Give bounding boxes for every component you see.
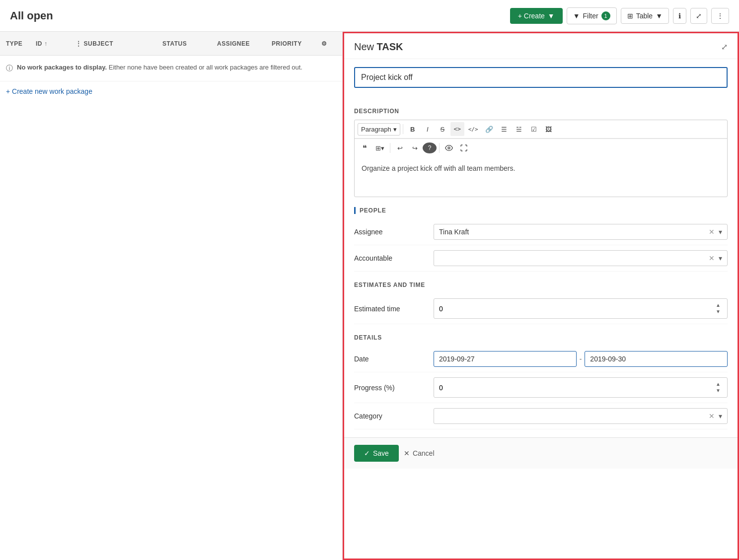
estimated-time-input-wrapper: ▲ ▼: [434, 298, 728, 319]
assignee-value: Tina Kraft: [439, 228, 469, 236]
category-dropdown-icon[interactable]: ▾: [719, 412, 722, 420]
cancel-x-icon: ✕: [404, 449, 410, 457]
fullscreen-button[interactable]: [457, 141, 471, 155]
table-header: TYPE ID ↑ ⋮ SUBJECT STATUS ASSIGNEE PRI: [0, 32, 342, 56]
form-header: New TASK ⤢: [344, 33, 738, 59]
col-subject: ⋮ SUBJECT: [75, 40, 162, 47]
table-icon: ⊞: [627, 12, 633, 20]
help-button[interactable]: ?: [423, 142, 437, 153]
create-button[interactable]: + Create ▼: [510, 8, 563, 24]
assignee-row: Assignee Tina Kraft ✕ ▾: [354, 219, 728, 245]
code-block-button[interactable]: </>: [465, 122, 481, 136]
new-task-panel: New TASK ⤢ DESCRIPTION Paragraph ▾: [343, 32, 739, 560]
estimated-time-up[interactable]: ▲: [714, 302, 722, 308]
description-editor: Paragraph ▾ B I S <> </> 🔗 ☰ ☱ ☑ 🖼: [354, 120, 728, 197]
form-title-new: New: [354, 41, 377, 52]
toolbar-sep2: [390, 143, 390, 153]
accountable-field: ✕ ▾: [434, 250, 728, 266]
quote-button[interactable]: ❝: [358, 141, 371, 155]
progress-down[interactable]: ▼: [714, 388, 722, 394]
italic-button[interactable]: I: [421, 122, 435, 136]
estimated-time-row: Estimated time ▲ ▼: [354, 293, 728, 324]
accountable-label: Accountable: [354, 254, 434, 262]
progress-label: Progress (%): [354, 384, 434, 392]
toolbar-sep3: [439, 143, 440, 153]
details-section-label: DETAILS: [354, 334, 728, 341]
col-gear[interactable]: ⚙: [321, 40, 336, 47]
accountable-clear-icon[interactable]: ✕: [709, 254, 715, 262]
toolbar-sep1: [403, 124, 403, 134]
save-button[interactable]: ✓ Save: [354, 445, 399, 462]
assignee-label: Assignee: [354, 228, 434, 236]
date-fields: -: [434, 351, 728, 367]
category-clear-icon[interactable]: ✕: [709, 412, 715, 420]
cancel-button[interactable]: ✕ Cancel: [404, 449, 435, 457]
form-expand-icon[interactable]: ⤢: [721, 42, 728, 52]
list-ordered-button[interactable]: ☱: [512, 122, 526, 136]
date-start-input[interactable]: [434, 351, 577, 367]
empty-info-icon: ⓘ: [6, 64, 13, 73]
table-insert-icon: ⊞: [375, 144, 381, 152]
code-inline-button[interactable]: <>: [450, 122, 464, 136]
date-end-input[interactable]: [585, 351, 728, 367]
paragraph-label: Paragraph: [361, 126, 391, 133]
estimated-time-down[interactable]: ▼: [714, 309, 722, 315]
table-insert-button[interactable]: ⊞▾: [372, 141, 387, 155]
svg-point-0: [448, 147, 450, 149]
table-label: Table: [636, 12, 653, 20]
expand-icon: ⤢: [696, 12, 702, 20]
assignee-select[interactable]: Tina Kraft ✕ ▾: [434, 224, 728, 240]
strikethrough-button[interactable]: S: [436, 122, 449, 136]
category-row: Category ✕ ▾: [354, 403, 728, 429]
undo-button[interactable]: ↩: [393, 141, 407, 155]
accountable-row: Accountable ✕ ▾: [354, 245, 728, 272]
col-status: STATUS: [162, 40, 217, 47]
category-select[interactable]: ✕ ▾: [434, 408, 728, 424]
col-subject-label: SUBJECT: [84, 40, 114, 47]
list-task-button[interactable]: ☑: [527, 122, 541, 136]
create-label: + Create: [518, 12, 545, 20]
info-button[interactable]: ℹ: [673, 8, 686, 24]
empty-message: No work packages to display. Either none…: [17, 64, 302, 71]
table-button[interactable]: ⊞ Table ▼: [621, 8, 669, 24]
paragraph-select[interactable]: Paragraph ▾: [358, 123, 400, 136]
filter-button[interactable]: ▼ Filter 1: [567, 7, 617, 24]
editor-toolbar-row2: ❝ ⊞▾ ↩ ↪ ?: [355, 139, 727, 157]
editor-toolbar-row1: Paragraph ▾ B I S <> </> 🔗 ☰ ☱ ☑ 🖼: [355, 120, 727, 139]
progress-field: ▲ ▼: [434, 377, 728, 398]
progress-up[interactable]: ▲: [714, 381, 722, 387]
estimated-time-input[interactable]: [439, 305, 714, 313]
col-type: TYPE: [6, 40, 36, 47]
save-check-icon: ✓: [364, 449, 370, 457]
page-title: All open: [10, 9, 53, 22]
preview-button[interactable]: [442, 141, 456, 155]
expand-button[interactable]: ⤢: [690, 8, 707, 24]
progress-input[interactable]: [439, 384, 714, 392]
progress-input-wrapper: ▲ ▼: [434, 377, 728, 398]
col-id[interactable]: ID ↑: [36, 40, 75, 47]
bold-button[interactable]: B: [406, 122, 420, 136]
image-button[interactable]: 🖼: [542, 122, 556, 136]
accountable-dropdown-icon[interactable]: ▾: [719, 254, 722, 262]
link-button[interactable]: 🔗: [482, 122, 496, 136]
create-arrow-icon: ▼: [548, 12, 555, 20]
form-title-task: TASK: [377, 41, 403, 52]
create-work-package-link[interactable]: + Create new work package: [0, 81, 342, 101]
more-button[interactable]: ⋮: [711, 8, 729, 24]
header-actions: + Create ▼ ▼ Filter 1 ⊞ Table ▼ ℹ ⤢ ⋮: [510, 7, 729, 24]
redo-button[interactable]: ↪: [408, 141, 422, 155]
description-content[interactable]: Organize a project kick off with all tea…: [355, 157, 727, 197]
assignee-dropdown-icon[interactable]: ▾: [719, 228, 722, 236]
form-title: New TASK: [354, 41, 403, 53]
assignee-clear-icon[interactable]: ✕: [709, 228, 715, 236]
create-link-label: + Create new work package: [6, 87, 92, 95]
sort-asc-icon: ↑: [44, 40, 48, 47]
table-panel: TYPE ID ↑ ⋮ SUBJECT STATUS ASSIGNEE PRI: [0, 32, 343, 560]
estimated-time-field: ▲ ▼: [434, 298, 728, 319]
col-assignee: ASSIGNEE: [217, 40, 272, 47]
category-label: Category: [354, 412, 434, 420]
subject-input[interactable]: [354, 67, 728, 88]
list-bullet-button[interactable]: ☰: [497, 122, 511, 136]
table-arrow-icon: ▼: [656, 12, 663, 20]
accountable-select[interactable]: ✕ ▾: [434, 250, 728, 266]
